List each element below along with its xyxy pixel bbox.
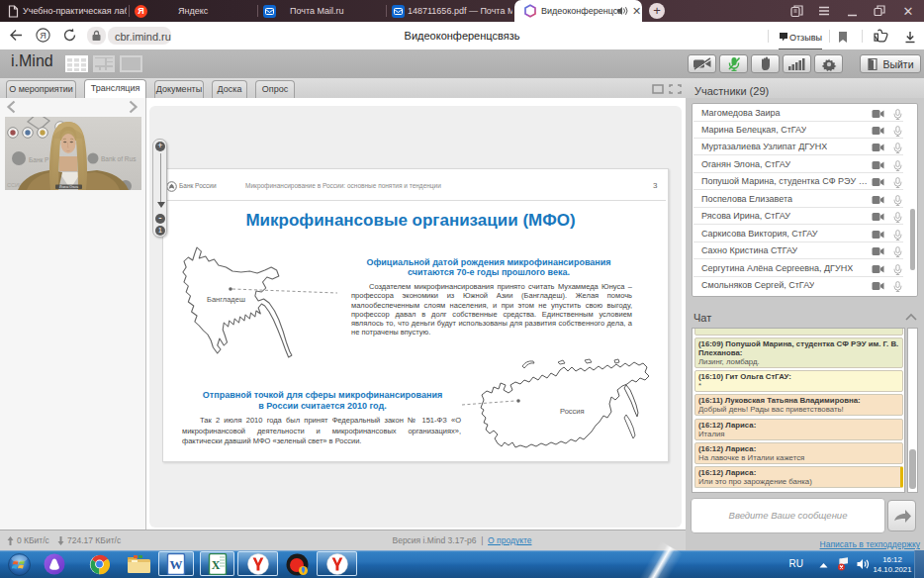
svg-text:W: W	[170, 557, 183, 572]
svg-text:Инина Ольга: Инина Ольга	[59, 185, 78, 189]
svg-text:Bank of Rus: Bank of Rus	[101, 155, 137, 162]
svg-text:X: X	[212, 558, 221, 572]
svg-text:Отзывы: Отзывы	[789, 33, 822, 43]
svg-text:Банк Р: Банк Р	[29, 156, 48, 163]
